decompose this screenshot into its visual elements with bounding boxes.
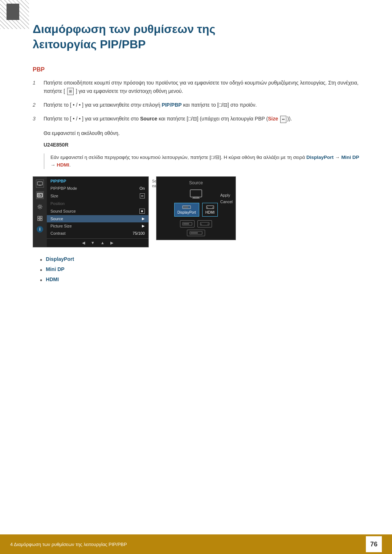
svg-rect-7: [40, 216, 42, 218]
source-panel-title: Source: [160, 180, 232, 185]
source-cancel-button[interactable]: Cancel: [220, 200, 233, 204]
hdmi-port-icon: [206, 205, 215, 209]
svg-rect-3: [38, 194, 40, 196]
size-icon: ▪▪: [280, 116, 286, 123]
osd-nav-bar: ◀ ▼ ▲ ▶: [47, 238, 148, 247]
svg-rect-1: [39, 185, 41, 186]
source-bottom-single: [160, 230, 232, 236]
osd-icon-settings: [36, 203, 44, 211]
corner-tab: [7, 4, 19, 20]
source-btn-displayport[interactable]: DisplayPort: [174, 203, 199, 217]
svg-rect-6: [38, 216, 40, 218]
osd-icon-picture: [36, 191, 44, 199]
device-label: U24E850R: [44, 142, 359, 148]
svg-rect-19: [183, 223, 189, 225]
displayport-port-icon: [182, 205, 191, 209]
source-actions: Apply Cancel: [220, 193, 233, 204]
step-2: 2 Πατήστε το [ • / • ] για να μετακινηθε…: [33, 101, 359, 109]
bullet-list: • DisplayPort • Mini DP • HDMI: [40, 256, 359, 284]
source-small-port-1: [180, 220, 195, 227]
svg-rect-10: [190, 190, 202, 197]
section-heading: PBP: [33, 66, 359, 73]
osd-row-5: Picture Size ▶: [47, 222, 148, 230]
osd-icon-info: i: [37, 226, 43, 233]
svg-point-5: [39, 206, 41, 208]
footer-page-number: 76: [366, 536, 382, 552]
page-title: Διαμόρφωση των ρυθμίσεων της λειτουργίας…: [33, 22, 359, 52]
step-3: 3 Πατήστε το [ • / • ] για να μετακινηθε…: [33, 115, 359, 123]
source-mini-port: [187, 230, 205, 236]
menu-icon: ⊞: [67, 88, 74, 95]
osd-menu-screenshot: Select the source for each screen.: [33, 176, 149, 247]
osd-row-0: PIP/PBP Mode On: [47, 185, 148, 192]
osd-icon-setup: [36, 214, 44, 222]
osd-row-source: Source ▶: [47, 215, 148, 222]
svg-rect-14: [183, 206, 188, 208]
osd-row-3: Sound Source ■: [47, 207, 148, 215]
source-small-port-2: [197, 220, 212, 227]
source-apply-button[interactable]: Apply: [220, 193, 233, 197]
bullet-item-1: • Mini DP: [40, 266, 359, 274]
osd-section-title: PIP/PBP: [47, 177, 148, 185]
corner-decoration: [0, 0, 29, 29]
device-note: Εάν εμφανιστεί η σελίδα περιγραφής του κ…: [44, 153, 359, 169]
svg-line-4: [40, 194, 42, 196]
osd-row-2: Position: [47, 200, 148, 207]
bullet-item-2: • HDMI: [40, 276, 359, 284]
svg-rect-8: [38, 219, 40, 221]
osd-icon-monitor: [36, 180, 44, 188]
source-bottom-ports-row: [160, 220, 232, 227]
page-footer: 4 Διαμόρφωση των ρυθμίσεων της λειτουργί…: [0, 534, 392, 554]
svg-rect-24: [191, 232, 198, 234]
bullet-item-0: • DisplayPort: [40, 256, 359, 263]
screenshots-container: Select the source for each screen.: [33, 176, 359, 247]
svg-rect-9: [40, 219, 42, 221]
osd-main-content: PIP/PBP PIP/PBP Mode On Size ▪▪ Position: [47, 177, 148, 247]
osd-row-1: Size ▪▪: [47, 192, 148, 200]
footer-text: 4 Διαμόρφωση των ρυθμίσεων της λειτουργί…: [10, 542, 127, 547]
monitor-icon: [189, 189, 203, 199]
source-buttons-row: DisplayPort HDMI: [160, 203, 232, 217]
osd-sidebar: i: [33, 177, 47, 247]
numbered-list: 1 Πατήστε οποιοδήποτε κουμπί στην πρόσοψ…: [33, 79, 359, 123]
step-1: 1 Πατήστε οποιοδήποτε κουμπί στην πρόσοψ…: [33, 79, 359, 95]
source-panel-screenshot: Source DisplayPort: [156, 176, 236, 240]
svg-rect-0: [37, 182, 42, 185]
screen-note: Θα εμφανιστεί η ακόλουθη οθόνη.: [44, 130, 359, 136]
source-btn-hdmi[interactable]: HDMI: [202, 203, 218, 217]
svg-rect-20: [200, 222, 209, 225]
osd-row-6: Contrast 75/100: [47, 230, 148, 237]
